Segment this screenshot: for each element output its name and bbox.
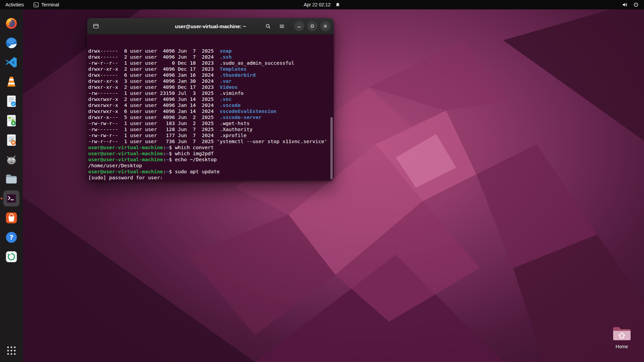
dock: ? (0, 9, 23, 362)
desktop-icon-home[interactable]: Home (606, 326, 638, 349)
ubuntu-software-icon (5, 211, 18, 225)
terminal-line: [sudo] password for user: (88, 175, 334, 181)
terminal-line: drwx------ 8 user user 4096 Jun 7 2025 s… (88, 48, 334, 54)
terminal-line: drwxr-x--- 5 user user 4096 Jun 2 2025 .… (88, 114, 334, 120)
svg-text:?: ? (9, 233, 13, 241)
volume-icon (622, 2, 628, 7)
activities-button[interactable]: Activities (0, 0, 29, 9)
activities-label: Activities (5, 2, 24, 7)
terminal-output[interactable]: drwx------ 8 user user 4096 Jun 7 2025 s… (87, 35, 334, 181)
top-bar: Activities Terminal Apr 22 02:12 (0, 0, 644, 9)
window-header[interactable]: user@user-virtual-machine: ~ (87, 18, 334, 35)
thunderbird-icon (5, 36, 18, 50)
libreoffice-impress-icon (5, 133, 18, 147)
libreoffice-writer-icon (5, 95, 18, 108)
terminal-line: drwxrwxr-x 2 user user 4096 Jun 14 2025 … (88, 96, 334, 102)
terminal-line: user@user-virtual-machine:~$ echo ~/Desk… (88, 157, 334, 163)
terminal-line: user@user-virtual-machine:~$ which img2p… (88, 150, 334, 157)
terminal-line: -rw------- 1 user user 128 Jun 7 2025 .X… (88, 126, 334, 132)
hamburger-menu-icon (279, 23, 285, 29)
libreoffice-calc-icon (5, 114, 18, 127)
dock-item-libreoffice-impress[interactable] (3, 132, 19, 148)
dock-item-vlc[interactable] (3, 74, 19, 90)
firefox-icon (5, 17, 18, 30)
terminal-app-icon (33, 2, 39, 8)
running-indicator-dot (1, 198, 2, 199)
terminal-line: drwx------ 6 user user 4096 Jan 16 2024 … (88, 72, 334, 78)
terminal-line: -rw-rw-r-- 1 user user 177 Jun 7 2024 .x… (88, 132, 334, 138)
terminal-line: drwxr-xr-x 2 user user 4096 Dec 17 2023 … (88, 84, 334, 90)
dock-item-gimp[interactable] (3, 152, 19, 168)
menu-button[interactable] (276, 21, 287, 32)
show-applications-grid-icon (6, 346, 16, 356)
minimize-icon (297, 23, 302, 29)
maximize-button[interactable] (307, 21, 317, 31)
vscode-icon (5, 56, 18, 69)
gimp-icon (5, 153, 18, 166)
vlc-icon (5, 75, 18, 88)
terminal-lines: drwx------ 8 user user 4096 Jun 7 2025 s… (88, 48, 334, 181)
terminal-line: -rw-r--r-- 1 user user 0 Dec 18 2023 .su… (88, 60, 334, 66)
terminal-line: -rw-rw-r-- 1 user user 183 Jun 2 2025 .w… (88, 120, 334, 126)
terminal-line: drwxr-xr-x 3 user user 4096 Jan 30 2024 … (88, 78, 334, 84)
power-icon (633, 2, 639, 7)
dock-item-software-updater[interactable] (3, 249, 19, 265)
dock-item-ubuntu-software[interactable] (3, 210, 19, 226)
scrollbar-thumb[interactable] (330, 117, 333, 179)
dock-item-vscode[interactable] (3, 54, 19, 70)
maximize-icon (310, 23, 315, 29)
system-status-area[interactable] (617, 0, 644, 9)
dock-item-thunderbird[interactable] (3, 35, 19, 51)
terminal-scrollbar[interactable] (330, 35, 333, 181)
notification-bell-icon (335, 2, 340, 7)
dock-item-libreoffice-writer[interactable] (3, 93, 19, 109)
terminal-line: drwxrwxr-x 4 user user 4096 Jan 14 2024 … (88, 102, 334, 108)
close-icon (323, 23, 328, 29)
clock[interactable]: Apr 22 02:12 (300, 0, 343, 9)
terminal-line: -rw------- 1 user user 23150 Jul 3 2025 … (88, 90, 334, 96)
dock-item-libreoffice-calc[interactable] (3, 113, 19, 129)
terminal-line: /home/user/Desktop (88, 163, 334, 169)
terminal-window: user@user-virtual-machine: ~ (87, 18, 334, 181)
files-icon (5, 172, 18, 186)
close-button[interactable] (320, 21, 330, 31)
header-buttons (263, 21, 330, 32)
home-folder-icon (612, 326, 632, 342)
new-tab-button[interactable] (91, 21, 101, 32)
app-menu-label: Terminal (41, 2, 59, 7)
clock-label: Apr 22 02:12 (304, 2, 330, 7)
terminal-line: -rw-r--r-- 1 user user 736 Jun 7 2025 'y… (88, 138, 334, 144)
home-icon-label: Home (615, 344, 628, 349)
dock-items: ? (3, 12, 19, 268)
terminal-line: user@user-virtual-machine:~$ which conve… (88, 144, 334, 150)
terminal-line: drwx------ 2 user user 4096 Jun 7 2024 .… (88, 54, 334, 60)
new-tab-icon (93, 23, 99, 29)
help-icon: ? (5, 231, 18, 244)
show-applications-button[interactable] (0, 343, 23, 359)
dock-item-firefox[interactable] (3, 15, 19, 32)
dock-item-files[interactable] (3, 171, 19, 187)
search-button[interactable] (263, 21, 273, 32)
app-menu-terminal[interactable]: Terminal (29, 0, 63, 9)
terminal-line: drwxrwxr-x 6 user user 4096 Jan 14 2024 … (88, 108, 334, 114)
terminal-line: user@user-virtual-machine:~$ sudo apt up… (88, 169, 334, 175)
search-icon (265, 23, 271, 29)
minimize-button[interactable] (294, 21, 304, 31)
dock-item-terminal[interactable] (3, 190, 19, 206)
software-updater-icon (5, 250, 18, 263)
dock-item-help[interactable]: ? (3, 229, 19, 245)
terminal-line: drwxr-xr-x 2 user user 4096 Dec 17 2023 … (88, 66, 334, 72)
terminal-icon (5, 192, 18, 205)
